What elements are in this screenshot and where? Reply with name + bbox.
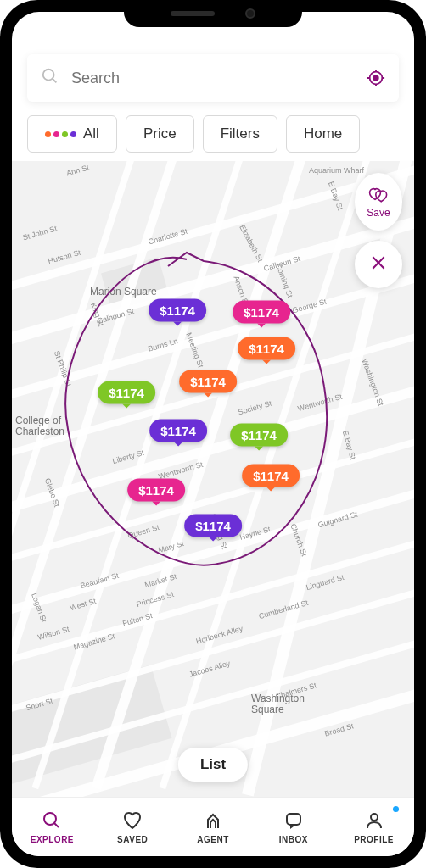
svg-rect-12 (287, 814, 300, 825)
filter-chip-filters[interactable]: Filters (203, 115, 277, 153)
tab-label: SAVED (117, 835, 148, 844)
close-icon (370, 254, 387, 275)
price-marker[interactable]: $1174 (127, 479, 185, 502)
price-marker[interactable]: $1174 (242, 465, 300, 487)
svg-line-1 (53, 79, 57, 83)
profile-icon (364, 810, 384, 832)
phone-frame: All Price Filters Home (0, 0, 426, 868)
street-label: St John St (21, 224, 58, 242)
tab-saved[interactable]: SAVED (92, 798, 173, 856)
tab-explore[interactable]: EXPLORE (12, 798, 92, 856)
street-label: Jacobs Alley (188, 659, 232, 678)
chip-label: All (83, 125, 99, 142)
price-marker[interactable]: $1174 (238, 337, 295, 360)
svg-point-0 (43, 70, 54, 81)
price-label: $1174 (184, 515, 242, 537)
search-box[interactable] (27, 54, 399, 102)
price-marker[interactable]: $1174 (179, 370, 237, 393)
svg-point-10 (44, 813, 56, 825)
tab-label: PROFILE (354, 835, 394, 844)
price-label: $1174 (98, 381, 155, 404)
agent-icon (203, 810, 223, 832)
price-marker[interactable]: $1174 (149, 299, 206, 322)
tab-inbox[interactable]: INBOX (253, 798, 334, 856)
chip-label: Price (143, 125, 177, 142)
price-marker[interactable]: $1174 (230, 424, 288, 447)
search-row (12, 46, 414, 110)
price-marker[interactable]: $1174 (233, 301, 290, 324)
front-camera (245, 8, 255, 19)
price-label: $1174 (238, 337, 295, 360)
price-label: $1174 (127, 479, 185, 502)
color-dots-icon (45, 131, 76, 137)
street-label: Wilson St (36, 625, 70, 642)
price-marker[interactable]: $1174 (98, 381, 155, 404)
map-area[interactable]: Aquarium WharfCharlotte StElizabeth StE … (12, 161, 414, 797)
price-label: $1174 (149, 299, 206, 322)
heart-save-icon (368, 186, 389, 206)
svg-point-13 (371, 814, 378, 821)
phone-notch (124, 0, 302, 27)
price-marker[interactable]: $1174 (149, 420, 207, 442)
filter-row: All Price Filters Home (12, 110, 414, 161)
poi-college-charleston: College of Charleston (15, 415, 64, 437)
list-view-button[interactable]: List (178, 748, 248, 782)
poi-washington-square: Washington Square (251, 693, 305, 715)
chip-label: Filters (221, 125, 260, 142)
save-search-button[interactable]: Save (355, 173, 402, 231)
search-input[interactable] (71, 70, 367, 87)
filter-chip-all[interactable]: All (27, 115, 117, 153)
heart-icon (122, 810, 143, 832)
price-label: $1174 (179, 370, 237, 393)
price-label: $1174 (230, 424, 288, 447)
street-label: Ann St (65, 163, 90, 177)
price-label: $1174 (233, 301, 290, 324)
price-label: $1174 (242, 465, 300, 487)
filter-chip-hometype[interactable]: Home (286, 115, 360, 153)
filter-chip-price[interactable]: Price (126, 115, 194, 153)
tab-agent[interactable]: AGENT (173, 798, 254, 856)
street-label: E Bay St (341, 430, 357, 460)
svg-line-11 (54, 823, 59, 827)
tab-label: INBOX (279, 835, 308, 844)
tab-label: AGENT (197, 835, 229, 844)
price-label: $1174 (149, 420, 207, 442)
tabbar: EXPLORE SAVED AGENT (12, 797, 414, 856)
save-label: Save (367, 207, 390, 219)
tab-profile[interactable]: PROFILE (334, 798, 414, 856)
locate-button[interactable] (367, 69, 385, 87)
close-draw-button[interactable] (355, 241, 402, 288)
tab-label: EXPLORE (31, 835, 74, 844)
svg-point-2 (373, 75, 378, 81)
phone-screen: All Price Filters Home (12, 12, 414, 856)
street-label: Cumberland St (258, 598, 309, 620)
list-button-label: List (200, 756, 226, 772)
explore-icon (42, 810, 62, 832)
price-marker[interactable]: $1174 (184, 515, 242, 537)
floating-actions: Save (355, 173, 402, 288)
chip-label: Home (304, 125, 342, 142)
inbox-icon (283, 810, 304, 832)
speaker-grille (171, 11, 215, 16)
notification-dot (393, 806, 399, 812)
search-icon (41, 67, 59, 89)
